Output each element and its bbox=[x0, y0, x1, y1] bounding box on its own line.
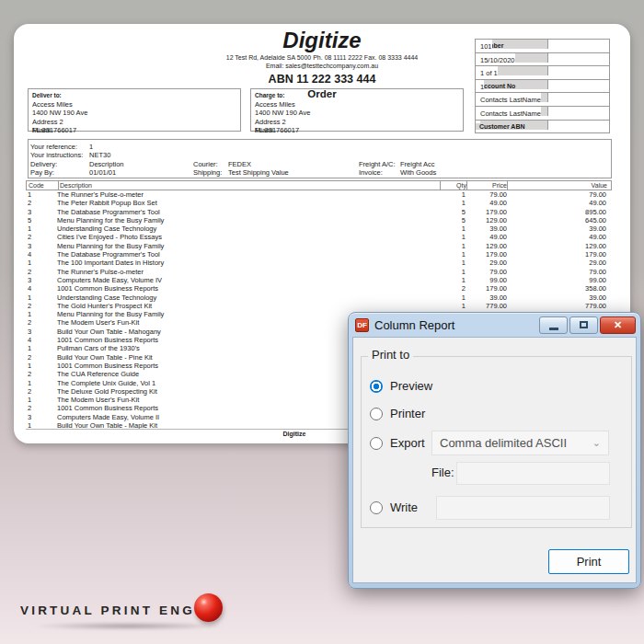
export-format-dropdown[interactable]: Comma delimited ASCII ⌄ bbox=[431, 431, 609, 455]
item-cell-code: 1 bbox=[26, 396, 57, 404]
item-cell-code: 1 bbox=[26, 379, 57, 387]
meta-value: 1 bbox=[89, 143, 193, 151]
meta-label: Invoice: bbox=[359, 168, 400, 177]
column-report-dialog: DF Column Report ✕ Print to Preview Prin… bbox=[348, 312, 641, 589]
item-cell-code: 2 bbox=[26, 318, 57, 327]
info-row-value: 101 bbox=[476, 40, 492, 51]
info-row-value bbox=[476, 121, 480, 123]
deliver-to-label: Deliver to: bbox=[32, 91, 236, 100]
item-cell-value: 358.00 bbox=[507, 284, 608, 293]
item-cell-value: 49.00 bbox=[507, 233, 608, 241]
meta-value bbox=[228, 151, 359, 159]
meta-value: FEDEX bbox=[228, 160, 359, 168]
printer-radio[interactable] bbox=[370, 408, 383, 420]
item-row: 5Menu Planning for the Busy Family5129.0… bbox=[26, 216, 608, 224]
deliver-to-name: Access Miles bbox=[32, 100, 236, 109]
item-cell-qty: 1 bbox=[440, 302, 466, 310]
meta-label: Your instructions: bbox=[30, 151, 89, 159]
item-cell-qty: 1 bbox=[440, 190, 466, 199]
preview-radio-label[interactable]: Preview bbox=[390, 379, 432, 393]
dialog-title: Column Report bbox=[374, 318, 454, 332]
item-cell-value: 79.00 bbox=[507, 268, 608, 276]
charge-to-name: Access Miles bbox=[255, 100, 459, 109]
charge-to-label: Charge to: bbox=[255, 91, 459, 100]
item-cell-value: 895.00 bbox=[507, 208, 608, 216]
item-cell-qty: 5 bbox=[440, 208, 466, 216]
export-radio[interactable] bbox=[370, 437, 383, 450]
item-cell-code: 3 bbox=[26, 208, 57, 216]
deliver-to-box: Deliver to: Access Miles 1400 NW 190 Ave… bbox=[28, 88, 241, 132]
item-row: 2The Peter Rabbit Popup Box Set149.0049.… bbox=[26, 199, 608, 207]
item-cell-code: 2 bbox=[26, 370, 57, 378]
item-cell-price: 129.00 bbox=[466, 242, 507, 250]
info-row: Customer ABN bbox=[476, 121, 609, 134]
item-cell-desc: Understanding Case Technology bbox=[57, 224, 440, 233]
window-buttons: ✕ bbox=[539, 316, 637, 334]
item-cell-value: 645.00 bbox=[507, 216, 608, 224]
item-row: 3The Database Programmer's Tool5179.0089… bbox=[26, 208, 608, 216]
items-table: Code Description Qty Price Value 1The Ru… bbox=[26, 180, 612, 190]
item-cell-price: 99.00 bbox=[466, 276, 507, 284]
charge-to-line1: 1400 NW 190 Ave bbox=[255, 109, 459, 118]
chevron-down-icon: ⌄ bbox=[592, 437, 601, 449]
items-table-header: Code Description Qty Price Value bbox=[26, 180, 612, 190]
printer-radio-label[interactable]: Printer bbox=[390, 407, 425, 420]
maximize-button[interactable] bbox=[569, 316, 598, 334]
meta-value bbox=[228, 143, 359, 151]
item-row: 2Cities I've Enjoyed - Photo Essays149.0… bbox=[26, 233, 608, 241]
info-row: Number101 bbox=[476, 40, 609, 53]
item-cell-code: 1 bbox=[26, 224, 57, 233]
preview-radio[interactable] bbox=[370, 380, 383, 393]
item-row: 1Understanding Case Technology139.0039.0… bbox=[26, 293, 608, 302]
info-row-label: Account No bbox=[476, 80, 548, 89]
item-cell-code: 3 bbox=[26, 242, 57, 250]
item-cell-desc: The 100 Important Dates in History bbox=[57, 259, 440, 267]
item-cell-code: 1 bbox=[26, 259, 57, 267]
logo-shadow bbox=[31, 622, 226, 630]
item-cell-code: 2 bbox=[26, 387, 57, 396]
item-cell-value: 39.00 bbox=[507, 293, 608, 302]
item-cell-desc: Understanding Case Technology bbox=[57, 293, 440, 302]
order-meta-grid: Your reference:1Your instructions:NET30D… bbox=[30, 143, 609, 178]
item-cell-price: 49.00 bbox=[466, 233, 507, 241]
write-radio[interactable] bbox=[370, 501, 383, 514]
meta-label: Delivery: bbox=[30, 160, 89, 168]
meta-label: Courier: bbox=[193, 160, 228, 168]
dialog-titlebar[interactable]: DF Column Report ✕ bbox=[352, 313, 637, 337]
file-input[interactable] bbox=[456, 462, 610, 485]
meta-value: 01/01/01 bbox=[89, 168, 193, 177]
close-button[interactable]: ✕ bbox=[600, 316, 636, 334]
item-row: 1Understanding Case Technology139.0039.0… bbox=[26, 224, 608, 233]
write-input[interactable] bbox=[436, 496, 610, 520]
export-radio-label[interactable]: Export bbox=[390, 436, 425, 450]
info-row-value: 15/10/2020 bbox=[476, 53, 515, 64]
info-row-value: Contacts LastName bbox=[476, 93, 541, 104]
item-cell-value: 79.00 bbox=[507, 190, 608, 199]
item-row: 2The Gold Hunter's Prospect Kit1779.0077… bbox=[26, 302, 608, 310]
meta-value: With Goods bbox=[400, 168, 609, 177]
item-cell-code: 1 bbox=[26, 293, 57, 302]
item-cell-code: 2 bbox=[26, 404, 57, 412]
meta-value: Freight Acc bbox=[400, 160, 609, 168]
item-cell-price: 179.00 bbox=[466, 208, 507, 216]
company-abn: ABN 11 222 333 444 bbox=[120, 73, 524, 86]
info-row-value: Contacts LastName bbox=[476, 107, 541, 118]
item-cell-desc: Menu Planning for the Busy Family bbox=[57, 216, 440, 224]
info-row: Placed ByContacts LastName bbox=[476, 107, 609, 121]
meta-value: NET30 bbox=[89, 151, 193, 159]
order-info-table: Number101Date15/10/2020Page1 of 1Account… bbox=[475, 39, 610, 133]
minimize-button[interactable] bbox=[539, 316, 568, 334]
meta-label bbox=[193, 143, 228, 151]
meta-value: Description bbox=[89, 160, 193, 168]
item-cell-qty: 2 bbox=[440, 284, 466, 293]
item-cell-desc: Cities I've Enjoyed - Photo Essays bbox=[57, 233, 440, 241]
file-label: File: bbox=[431, 466, 454, 479]
write-radio-label[interactable]: Write bbox=[390, 500, 418, 514]
item-cell-code: 5 bbox=[26, 216, 57, 224]
print-button[interactable]: Print bbox=[548, 549, 629, 574]
item-cell-price: 79.00 bbox=[466, 190, 507, 199]
meta-value bbox=[400, 151, 609, 159]
item-cell-code: 2 bbox=[26, 353, 57, 362]
item-cell-code: 4 bbox=[26, 336, 57, 344]
item-cell-code: 2 bbox=[26, 268, 57, 276]
